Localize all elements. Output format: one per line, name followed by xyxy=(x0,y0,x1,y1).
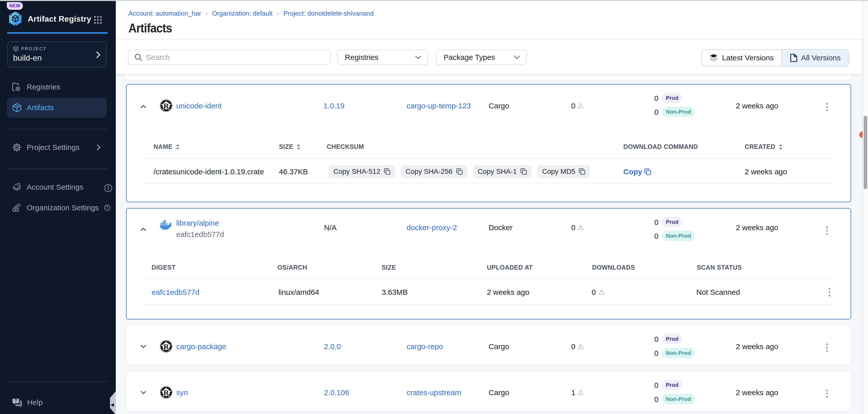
svg-text:R: R xyxy=(163,388,169,397)
svg-text:?: ? xyxy=(14,398,17,403)
svg-text:R: R xyxy=(163,102,169,110)
svg-text:R: R xyxy=(163,342,169,351)
